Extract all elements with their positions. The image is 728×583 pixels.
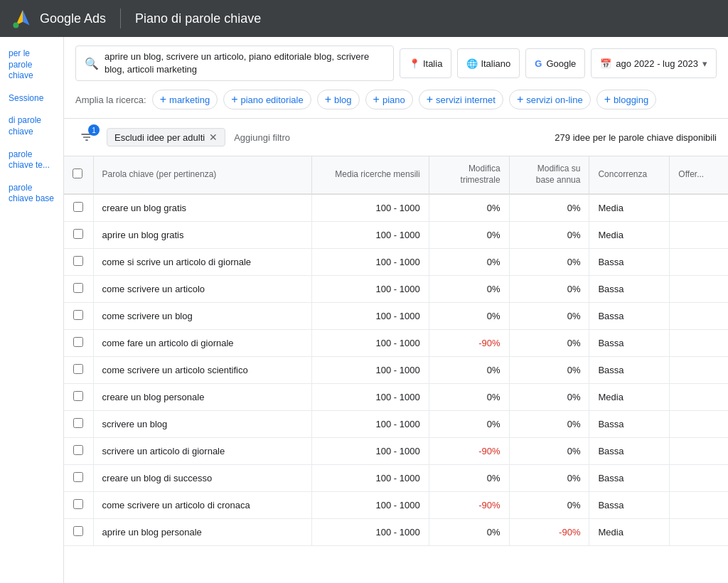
keyword-cell: come scrivere un blog xyxy=(93,302,312,329)
trim-cell: -90% xyxy=(429,491,509,518)
row-checkbox[interactable] xyxy=(73,337,83,347)
annual-cell: 0% xyxy=(509,275,589,302)
offer-cell xyxy=(670,518,728,545)
offer-cell xyxy=(670,437,728,464)
annual-cell: 0% xyxy=(509,302,589,329)
trim-cell: 0% xyxy=(429,194,509,222)
sidebar-item-parole-chiave-te[interactable]: parole chiave te... xyxy=(0,144,63,177)
chip-servizi-internet[interactable]: + servizi internet xyxy=(419,90,503,109)
table-row: come scrivere un articolo scientifico100… xyxy=(64,356,728,383)
chip-label: servizi internet xyxy=(436,95,496,105)
engine-filter[interactable]: G Google xyxy=(525,48,585,78)
th-annual[interactable]: Modifica su base annua xyxy=(509,156,589,193)
amplia-bar: Amplia la ricerca: + marketing + piano e… xyxy=(75,90,717,109)
trim-cell: 0% xyxy=(429,302,509,329)
row-checkbox[interactable] xyxy=(73,472,83,482)
chip-label: piano editoriale xyxy=(240,95,303,105)
app-header: Google Ads Piano di parole chiave xyxy=(0,0,728,37)
th-searches[interactable]: Media ricerche mensili xyxy=(312,156,429,193)
annual-cell: 0% xyxy=(509,383,589,410)
chip-marketing[interactable]: + marketing xyxy=(152,90,218,109)
chip-label: servizi on-line xyxy=(526,95,582,105)
chip-label: blogging xyxy=(614,95,648,105)
offer-cell xyxy=(670,329,728,356)
row-checkbox[interactable] xyxy=(73,418,83,428)
th-keyword[interactable]: Parola chiave (per pertinenza) xyxy=(93,156,312,193)
row-checkbox[interactable] xyxy=(73,229,83,239)
trim-cell: 0% xyxy=(429,464,509,491)
sidebar-item-per-le-parole[interactable]: per le parole chiave xyxy=(0,43,63,87)
keyword-cell: come scrivere un articolo scientifico xyxy=(93,356,312,383)
row-checkbox[interactable] xyxy=(73,202,83,212)
app-name: Google Ads xyxy=(40,11,106,26)
chip-piano-editoriale[interactable]: + piano editoriale xyxy=(223,90,311,109)
offer-cell xyxy=(670,491,728,518)
th-offer[interactable]: Offer... xyxy=(670,156,728,193)
select-all-checkbox[interactable] xyxy=(73,169,82,178)
competition-cell: Media xyxy=(589,518,670,545)
chip-blogging[interactable]: + blogging xyxy=(596,90,657,109)
trim-cell: -90% xyxy=(429,437,509,464)
toolbar: 🔍 aprire un blog, scrivere un articolo, … xyxy=(64,37,728,119)
page-title: Piano di parole chiave xyxy=(135,11,261,26)
keyword-cell: creare un blog personale xyxy=(93,383,312,410)
keyword-cell: creare un blog di successo xyxy=(93,464,312,491)
row-checkbox[interactable] xyxy=(73,310,83,320)
keyword-table-container: Parola chiave (per pertinenza) Media ric… xyxy=(64,156,728,583)
plus-icon: + xyxy=(427,93,433,106)
country-filter[interactable]: 📍 Italia xyxy=(400,48,451,78)
searches-cell: 100 - 1000 xyxy=(312,221,429,248)
language-icon: 🌐 xyxy=(466,58,478,69)
table-row: come scrivere un articolo di cronaca100 … xyxy=(64,491,728,518)
calendar-icon: 📅 xyxy=(600,58,611,69)
keyword-table: Parola chiave (per pertinenza) Media ric… xyxy=(64,156,728,545)
annual-cell: 0% xyxy=(509,248,589,275)
annual-cell: 0% xyxy=(509,356,589,383)
trim-cell: 0% xyxy=(429,221,509,248)
date-range-filter[interactable]: 📅 ago 2022 - lug 2023 ▾ xyxy=(591,48,717,78)
row-checkbox[interactable] xyxy=(73,364,83,374)
table-row: scrivere un blog100 - 10000%0%Bassa xyxy=(64,410,728,437)
chip-blog[interactable]: + blog xyxy=(317,90,360,109)
close-filter-button[interactable]: ✕ xyxy=(209,132,218,143)
table-row: come si scrive un articolo di giornale10… xyxy=(64,248,728,275)
trim-cell: -90% xyxy=(429,329,509,356)
searches-cell: 100 - 1000 xyxy=(312,356,429,383)
country-label: Italia xyxy=(423,58,442,69)
row-checkbox[interactable] xyxy=(73,499,83,509)
svg-marker-2 xyxy=(23,10,30,26)
row-checkbox[interactable] xyxy=(73,391,83,401)
annual-cell: -90% xyxy=(509,518,589,545)
chip-servizi-online[interactable]: + servizi on-line xyxy=(509,90,591,109)
filter-button[interactable]: 1 xyxy=(75,126,98,149)
sidebar-item-id-parole[interactable]: di parole chiave xyxy=(0,109,63,143)
searches-cell: 100 - 1000 xyxy=(312,491,429,518)
competition-cell: Media xyxy=(589,383,670,410)
plus-icon: + xyxy=(604,93,611,106)
language-filter[interactable]: 🌐 Italiano xyxy=(457,48,520,78)
filter-bar: 1 Escludi idee per adulti ✕ Aggiungi fil… xyxy=(64,119,728,156)
th-competition[interactable]: Concorrenza xyxy=(589,156,670,193)
sidebar-item-sessione[interactable]: Sessione xyxy=(0,87,63,110)
competition-cell: Bassa xyxy=(589,302,670,329)
ideas-count: 279 idee per le parole chiave disponibil… xyxy=(555,132,717,143)
search-input-box[interactable]: 🔍 aprire un blog, scrivere un articolo, … xyxy=(75,46,394,81)
row-checkbox[interactable] xyxy=(73,283,83,293)
row-checkbox[interactable] xyxy=(73,256,83,266)
offer-cell xyxy=(670,383,728,410)
chip-piano[interactable]: + piano xyxy=(365,90,413,109)
searches-cell: 100 - 1000 xyxy=(312,383,429,410)
add-filter-button[interactable]: Aggiungi filtro xyxy=(234,132,290,143)
competition-cell: Bassa xyxy=(589,248,670,275)
row-checkbox[interactable] xyxy=(73,445,83,455)
annual-cell: 0% xyxy=(509,437,589,464)
keyword-cell: scrivere un articolo di giornale xyxy=(93,437,312,464)
th-trim[interactable]: Modifica trimestrale xyxy=(429,156,509,193)
table-row: come fare un articolo di giornale100 - 1… xyxy=(64,329,728,356)
offer-cell xyxy=(670,356,728,383)
annual-cell: 0% xyxy=(509,464,589,491)
sidebar-item-parole-chiave-base[interactable]: parole chiave base xyxy=(0,177,63,210)
row-checkbox[interactable] xyxy=(73,526,83,536)
filter-label: Escludi idee per adulti xyxy=(114,132,205,143)
plus-icon: + xyxy=(325,93,331,106)
